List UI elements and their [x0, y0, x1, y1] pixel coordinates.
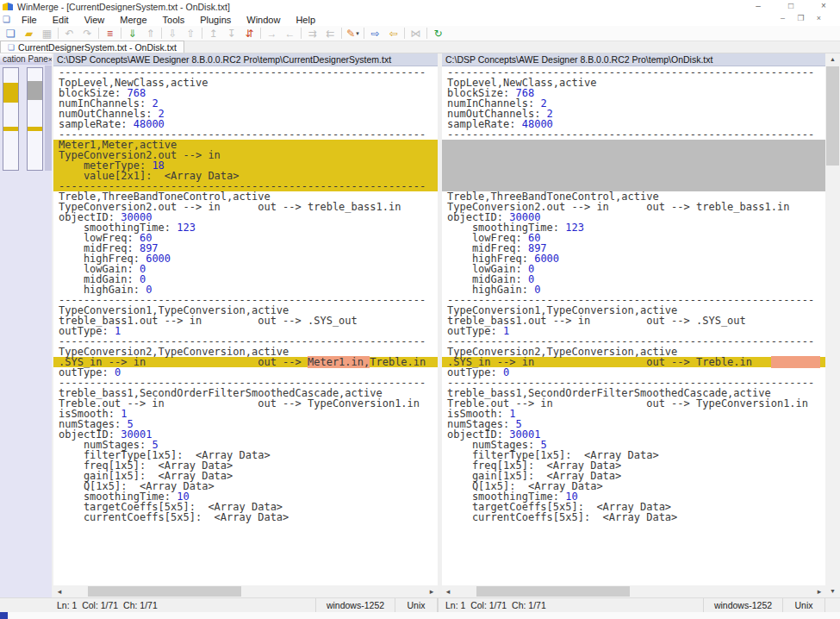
right-pane-path: C:\DSP Concepts\AWE Designer 8.B.0.0.RC2… [445, 54, 712, 65]
copy-right-icon[interactable]: → [263, 27, 281, 41]
left-hscroll-thumb[interactable] [88, 586, 241, 597]
winmerge-logo-icon [3, 2, 13, 11]
vscroll-thumb[interactable] [826, 66, 839, 166]
toolbar-separator [98, 28, 99, 39]
redo-icon[interactable]: ↷ [78, 27, 96, 41]
copy-all-right-icon[interactable]: ⇉ [303, 27, 321, 41]
first-difference-icon[interactable]: ↥ [204, 27, 222, 41]
menu-window[interactable]: Window [239, 15, 288, 25]
status-tail [825, 598, 840, 612]
location-bar-left[interactable] [3, 67, 19, 171]
menu-bar: ❏ FileEditViewMergeToolsPluginsWindowHel… [0, 13, 840, 26]
tab-label: CurrentDesignerSystem.txt - OnDisk.txt [18, 42, 177, 53]
right-pane-caret-status: Ln: 1 Col: 1/71 Ch: 1/71 [442, 598, 703, 612]
mdi-window-controls: – ❐ × [774, 14, 828, 22]
mdi-minimize-button[interactable]: – [774, 14, 792, 22]
last-difference-icon[interactable]: ↧ [222, 27, 240, 41]
bottom-strip [0, 612, 840, 619]
vertical-scrollbar[interactable]: ▲ ▼ [825, 53, 840, 597]
tab-compare-document[interactable]: ❏ CurrentDesignerSystem.txt - OnDisk.txt [0, 41, 184, 53]
editor-line: currentCoeffs[5x5]: <Array Data> [53, 512, 438, 522]
tab-document-icon: ❏ [8, 43, 15, 52]
location-marker-missing [28, 81, 42, 100]
menu-file[interactable]: File [14, 15, 45, 25]
main-area: cation Pane × C:\DSP Concepts\AWE Design… [0, 53, 840, 597]
menu-edit[interactable]: Edit [45, 15, 77, 25]
select-line-difference-icon[interactable]: ⋈ [407, 27, 425, 41]
minimize-button[interactable]: – [742, 0, 775, 13]
mdi-restore-button[interactable]: ❐ [792, 14, 810, 22]
close-button[interactable]: × [807, 0, 840, 13]
editor-line [442, 140, 825, 150]
toolbar-separator [161, 28, 162, 39]
auto-merge-icon[interactable]: ✎▾ [344, 27, 362, 41]
left-editor[interactable]: ----------------------------------------… [53, 66, 438, 585]
right-editor[interactable]: ----------------------------------------… [442, 66, 825, 585]
undo-icon[interactable]: ↶ [60, 27, 78, 41]
new-file-icon[interactable]: ❏ [2, 27, 20, 41]
status-spacer [0, 598, 53, 612]
window-title: WinMerge - [CurrentDesignerSystem.txt - … [17, 2, 230, 12]
winmerge-window: WinMerge - [CurrentDesignerSystem.txt - … [0, 0, 840, 619]
scroll-down-icon[interactable]: ▼ [825, 585, 840, 597]
copy-all-left-icon[interactable]: ⇇ [321, 27, 339, 41]
copy-left-advance-icon[interactable]: ⇦ [384, 27, 402, 41]
previous-conflict-icon[interactable]: ⇧ [182, 27, 200, 41]
open-icon[interactable]: ▰ [20, 27, 38, 41]
location-pane: cation Pane × [0, 53, 52, 597]
scroll-up-icon[interactable]: ▲ [825, 53, 840, 66]
toolbar-separator [364, 28, 364, 39]
location-bar-right[interactable] [27, 67, 43, 171]
menu-help[interactable]: Help [288, 15, 323, 25]
menu-view[interactable]: View [77, 15, 113, 25]
editor-line [442, 171, 825, 181]
scroll-left-icon[interactable]: ◂ [53, 585, 65, 597]
toolbar-separator [301, 28, 302, 39]
scroll-right-icon[interactable]: ▸ [813, 585, 825, 597]
mdi-close-button[interactable]: × [810, 14, 828, 22]
menu-merge[interactable]: Merge [112, 15, 154, 25]
save-icon[interactable]: ▦ [38, 27, 56, 41]
current-difference-icon[interactable]: ⇵ [240, 27, 258, 41]
toolbar-separator [58, 28, 59, 39]
file-filters-icon[interactable]: ≡ [101, 27, 119, 41]
right-horizontal-scrollbar[interactable]: ◂ ▸ [442, 585, 825, 597]
left-horizontal-scrollbar[interactable]: ◂ ▸ [53, 585, 438, 597]
menu-tools[interactable]: Tools [155, 15, 193, 25]
toolbar-separator [341, 28, 342, 39]
document-icon: ❏ [3, 15, 10, 24]
maximize-button[interactable]: □ [775, 0, 807, 13]
copy-right-advance-icon[interactable]: ⇨ [366, 27, 384, 41]
right-pane-header[interactable]: C:\DSP Concepts\AWE Designer 8.B.0.0.RC2… [442, 53, 825, 66]
toolbar-separator [260, 28, 261, 39]
title-bar: WinMerge - [CurrentDesignerSystem.txt - … [0, 0, 840, 13]
location-marker-diff [3, 127, 18, 131]
scroll-left-icon[interactable]: ◂ [442, 585, 454, 597]
right-hscroll-thumb[interactable] [476, 586, 630, 597]
menu-bar-items: FileEditViewMergeToolsPluginsWindowHelp [14, 15, 323, 25]
toolbar-separator [202, 28, 202, 39]
left-pane-encoding: windows-1252 [315, 598, 395, 612]
toolbar-separator [121, 28, 121, 39]
editor-line [442, 150, 825, 160]
refresh-icon[interactable]: ↻ [429, 27, 447, 41]
left-pane-eol: Unix [395, 598, 438, 612]
previous-difference-icon[interactable]: ⇑ [141, 27, 159, 41]
copy-left-icon[interactable]: ← [281, 27, 299, 41]
next-difference-icon[interactable]: ⇓ [123, 27, 141, 41]
tab-bar: ❏ CurrentDesignerSystem.txt - OnDisk.txt [0, 41, 840, 53]
location-marker-diff [3, 83, 18, 103]
status-bar: Ln: 1 Col: 1/71 Ch: 1/71 windows-1252 Un… [0, 597, 840, 612]
window-controls: – □ × [742, 0, 840, 13]
location-pane-close-icon[interactable]: × [48, 55, 52, 64]
dropdown-caret-icon[interactable]: ▾ [356, 30, 359, 37]
left-file-pane: C:\DSP Concepts\AWE Designer 8.B.0.0.RC2… [53, 53, 438, 597]
menu-plugins[interactable]: Plugins [192, 15, 239, 25]
location-pane-header: cation Pane × [0, 53, 52, 65]
right-file-pane: C:\DSP Concepts\AWE Designer 8.B.0.0.RC2… [442, 53, 825, 597]
left-pane-header[interactable]: C:\DSP Concepts\AWE Designer 8.B.0.0.RC2… [53, 53, 438, 66]
separator-line: ----------------------------------------… [442, 129, 825, 140]
scroll-right-icon[interactable]: ▸ [426, 585, 438, 597]
next-conflict-icon[interactable]: ⇩ [164, 27, 182, 41]
toolbar-separator [426, 28, 427, 39]
